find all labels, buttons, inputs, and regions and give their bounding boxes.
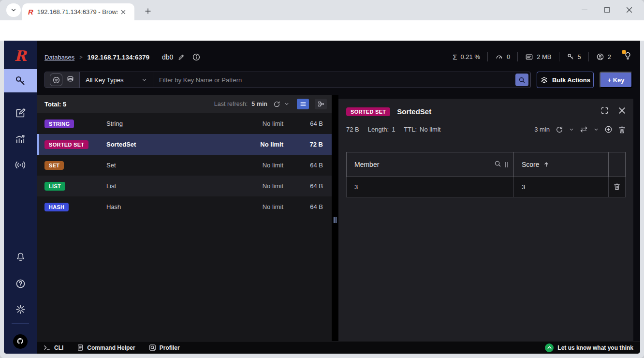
scan-filter-button[interactable]: [50, 74, 62, 86]
refresh-details-button[interactable]: [556, 126, 563, 134]
sidebar-item-pub-sub[interactable]: [4, 154, 37, 176]
active-tab[interactable]: R 192.168.71.134:6379 - Browser: [22, 3, 134, 20]
add-key-label: + Key: [607, 76, 624, 84]
add-key-button[interactable]: + Key: [600, 72, 632, 88]
redisearch-button[interactable]: [66, 75, 74, 85]
refresh-keys-button[interactable]: [273, 101, 280, 108]
stat-memory-value: 2 MB: [537, 53, 551, 60]
document-icon: [77, 344, 84, 351]
cli-toggle[interactable]: CLI: [44, 344, 63, 351]
filter-circle-icon: [53, 76, 60, 84]
db-index-label[interactable]: db0: [162, 53, 173, 61]
length-value: 1: [392, 126, 395, 133]
key-search-input[interactable]: [153, 72, 515, 88]
sidebar-item-notifications[interactable]: [4, 246, 37, 268]
refresh-dropdown-chevron[interactable]: [569, 127, 574, 132]
sidebar-item-github[interactable]: [4, 331, 37, 352]
sort-asc-icon[interactable]: [543, 162, 549, 167]
delete-key-button[interactable]: [618, 126, 626, 134]
command-helper-label: Command Helper: [87, 344, 135, 351]
key-ttl: No limit: [225, 182, 283, 190]
window-minimize-button[interactable]: [577, 3, 592, 16]
apply-filter-button[interactable]: [515, 74, 528, 86]
key-row-string[interactable]: STRING String No limit 64 B: [37, 113, 332, 134]
pub-sub-icon: [14, 159, 27, 171]
refresh-icon: [273, 101, 280, 108]
format-switcher-button[interactable]: [580, 125, 588, 134]
add-member-button[interactable]: [604, 125, 613, 134]
total-memory-icon: [525, 53, 533, 61]
command-helper-toggle[interactable]: Command Helper: [77, 344, 135, 351]
column-resize-handle[interactable]: [505, 162, 508, 167]
key-row-sortedset[interactable]: SORTED SET SortedSet No limit 72 B: [37, 134, 332, 155]
analytics-icon: [15, 134, 26, 145]
tab-search-button[interactable]: [6, 3, 21, 17]
member-cell[interactable]: 3: [347, 177, 514, 197]
key-details-panel: SORTED SET SortedSet 72 B Length:: [338, 99, 633, 341]
profiler-toggle[interactable]: Profiler: [149, 344, 180, 351]
key-row-set[interactable]: SET Set No limit 64 B: [37, 155, 332, 176]
terminal-icon: [44, 344, 51, 351]
member-column-label: Member: [354, 161, 379, 168]
bell-icon: [15, 252, 26, 263]
tree-view-button[interactable]: [315, 99, 327, 109]
new-tab-button[interactable]: [142, 5, 154, 17]
notification-dot: [622, 50, 626, 54]
bulk-actions-button[interactable]: Bulk Actions: [537, 72, 594, 88]
window-close-button[interactable]: [622, 3, 636, 16]
sidebar-item-browser[interactable]: [4, 69, 37, 92]
filter-mode-group: [45, 72, 80, 88]
sidebar-item-analytics[interactable]: [4, 129, 37, 150]
key-filter-combo: All Key Types: [44, 72, 531, 88]
insights-button[interactable]: [623, 51, 632, 62]
edit-db-index-icon[interactable]: [178, 54, 185, 60]
resize-handle-icon[interactable]: [334, 217, 337, 223]
details-refresh-value: 3 min: [534, 126, 550, 133]
commands-per-sec-icon: [495, 53, 503, 61]
member-column-header[interactable]: Member: [347, 152, 514, 177]
list-view-button[interactable]: [297, 99, 309, 109]
key-row-list[interactable]: LIST List No limit 64 B: [37, 176, 332, 196]
maximize-icon: [604, 7, 610, 13]
db-info-icon[interactable]: [192, 53, 200, 61]
sidebar-item-help[interactable]: [4, 273, 37, 294]
sidebar-item-settings[interactable]: [4, 298, 37, 320]
workbench-icon: [15, 107, 26, 119]
index-search-icon: [66, 75, 74, 83]
breadcrumb-separator: >: [79, 54, 82, 60]
panel-resize-gutter[interactable]: [332, 95, 338, 341]
refresh-settings-chevron[interactable]: [284, 102, 289, 106]
sidebar-item-workbench[interactable]: [4, 102, 37, 123]
minimize-icon: [582, 10, 587, 10]
key-list-header: Total: 5 Last refresh: 5 min: [37, 95, 332, 113]
key-size: 64 B: [283, 182, 323, 190]
format-dropdown-chevron[interactable]: [594, 127, 599, 132]
expand-icon: [600, 106, 609, 115]
member-row[interactable]: 3 3: [346, 177, 626, 197]
key-type-select[interactable]: All Key Types: [80, 72, 153, 88]
search-member-button[interactable]: [494, 160, 501, 169]
key-row-hash[interactable]: HASH Hash No limit 64 B: [37, 196, 332, 217]
key-name-title[interactable]: SortedSet: [397, 107, 431, 116]
trash-icon: [614, 183, 620, 190]
score-cell[interactable]: 3: [514, 177, 609, 197]
browser-window: R 192.168.71.134:6379 - Browser localhos…: [0, 0, 644, 358]
breadcrumb-databases-link[interactable]: Databases: [44, 54, 74, 61]
tab-close-icon[interactable]: [120, 9, 126, 15]
total-label: Total:: [44, 101, 63, 108]
feedback-link[interactable]: Let us know what you think: [545, 343, 633, 352]
delete-member-button[interactable]: [614, 183, 620, 192]
window-maximize-button[interactable]: [600, 3, 614, 16]
fullscreen-button[interactable]: [600, 106, 609, 117]
close-icon: [626, 7, 632, 13]
ttl-value[interactable]: No limit: [420, 126, 440, 133]
stat-memory: 2 MB: [525, 53, 551, 61]
key-size: 64 B: [283, 162, 323, 169]
close-details-button[interactable]: [618, 107, 626, 116]
browser-toolbar: localhost:5540/642caea4-395b-46f9-b207-f…: [0, 20, 644, 41]
filter-row: All Key Types Bulk Actions + Key: [44, 72, 632, 88]
layers-icon: [540, 76, 548, 84]
plus-circle-icon: [604, 125, 613, 134]
score-column-header[interactable]: Score: [514, 152, 609, 177]
redis-logo[interactable]: R: [4, 45, 37, 67]
